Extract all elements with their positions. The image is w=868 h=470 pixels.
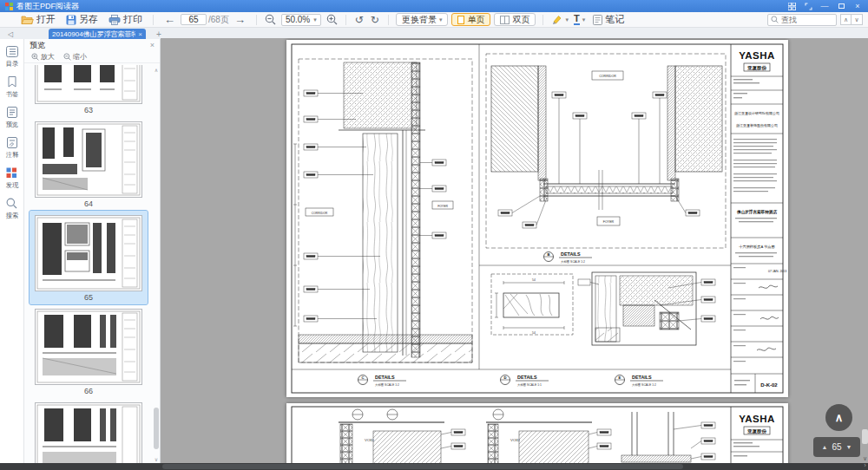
find-previous-button[interactable]: ∧ xyxy=(840,14,852,25)
skin-icon[interactable] xyxy=(785,1,799,11)
sidebar-item-discover[interactable]: 发现 xyxy=(0,167,24,190)
horizontal-scrollbar-thumb[interactable] xyxy=(162,464,683,469)
text-tool-icon: T xyxy=(574,14,580,25)
highlighter-button[interactable]: ▾ xyxy=(549,12,571,28)
horizontal-scrollbar[interactable]: › xyxy=(0,463,868,470)
maximize-button[interactable] xyxy=(834,1,848,11)
collapse-sidebar-button[interactable]: ◁ xyxy=(3,29,17,39)
thumb-zoom-out-button[interactable]: 缩小 xyxy=(63,52,87,62)
rotate-left-button[interactable]: ↺ xyxy=(352,12,367,28)
zoom-in-button[interactable] xyxy=(324,12,340,28)
change-background-label: 更换背景 xyxy=(402,14,437,26)
page-down-icon[interactable]: ▼ xyxy=(846,444,852,450)
fullscreen-icon[interactable] xyxy=(801,1,815,11)
sidebar-item-label: 预览 xyxy=(5,121,17,129)
detail-d-label: D DETAILS 大样图 SCALE 1:1 xyxy=(501,375,549,387)
note-label: 笔记 xyxy=(605,13,624,26)
page-total-label: /68页 xyxy=(208,14,229,26)
document-tab[interactable]: 20140904佛山罗浮宫索菲特(5) × xyxy=(49,29,146,39)
thumbnail-page-67[interactable]: 67 xyxy=(30,398,148,463)
page-navigator-pill[interactable]: ▲ 65 ▼ xyxy=(813,437,860,457)
floppy-icon xyxy=(66,15,76,25)
zoom-level-select[interactable]: 50.0% ▾ xyxy=(281,14,321,26)
page-number-input[interactable] xyxy=(181,14,207,25)
foyer-label-left: FOYER xyxy=(432,201,453,209)
drawing-date: 07 JAN. 2013 xyxy=(768,270,786,273)
back-to-top-button[interactable]: ∧ xyxy=(825,404,852,431)
search-input[interactable] xyxy=(781,16,832,24)
svg-text:FOYER: FOYER xyxy=(437,205,448,208)
panel-scrollbar[interactable]: ∧ ∨ xyxy=(153,65,160,463)
scrollbar-right-icon[interactable]: › xyxy=(864,462,866,469)
panel-title: 预览 xyxy=(30,40,45,51)
rotate-left-icon: ↺ xyxy=(355,14,364,26)
note-button[interactable]: 笔记 xyxy=(588,12,629,28)
document-viewer[interactable]: CORRIDOR FOYER xyxy=(161,38,868,463)
app-window: 看图王PDF阅读器 — × 打开 另存 打印 ← /68 xyxy=(0,0,868,470)
minimize-button[interactable]: — xyxy=(818,1,832,11)
toolbar: 打开 另存 打印 ← /68页 → 50.0% ▾ ↺ ↻ 更换背景 xyxy=(0,12,868,28)
sidebar-item-label: 注释 xyxy=(5,151,17,160)
panel-close-icon[interactable]: × xyxy=(150,41,155,49)
close-button[interactable]: × xyxy=(851,1,865,11)
print-button[interactable]: 打印 xyxy=(103,12,148,28)
double-page-button[interactable]: 双页 xyxy=(494,13,536,26)
svg-text:大样图 SCALE 1:1: 大样图 SCALE 1:1 xyxy=(517,383,542,387)
change-background-button[interactable]: 更换背景 ▾ xyxy=(396,13,449,26)
current-page-badge: 65 xyxy=(832,442,841,452)
tab-close-icon[interactable]: × xyxy=(138,30,142,38)
detail-c-drawing: CORRIDOR FOYER xyxy=(293,59,472,362)
company-line-1: 浙江亚厦设计研究院有限公司 xyxy=(734,111,779,116)
svg-text:大样图 SCALE 1:2: 大样图 SCALE 1:2 xyxy=(632,383,656,387)
sidebar-item-label: 目录 xyxy=(5,60,17,69)
sidebar-item-preview[interactable]: 预览 xyxy=(0,107,24,129)
signature-mark xyxy=(760,317,779,319)
sidebar-item-catalog[interactable]: 目录 xyxy=(0,46,24,69)
ceiling-detail-1: VOID xyxy=(339,409,465,463)
preview-icon xyxy=(7,107,17,118)
open-button[interactable]: 打开 xyxy=(16,12,61,28)
search-input-box[interactable] xyxy=(767,14,837,26)
save-as-button[interactable]: 另存 xyxy=(61,12,103,28)
chevron-down-icon: ▾ xyxy=(439,16,443,23)
chevron-up-icon: ∧ xyxy=(835,411,844,424)
back-arrow-icon: ← xyxy=(164,13,175,26)
scroll-up-icon[interactable]: ∧ xyxy=(153,65,160,74)
svg-text:DETAILS: DETAILS xyxy=(375,375,395,380)
svg-text:CORRIDOR: CORRIDOR xyxy=(599,75,616,78)
printer-icon xyxy=(108,15,121,25)
vertical-scrollbar-thumb[interactable] xyxy=(862,429,868,444)
thumbnail-page-66[interactable]: 66 xyxy=(30,304,148,398)
thumb-zoom-in-button[interactable]: 放大 xyxy=(31,52,55,62)
search-icon xyxy=(6,198,17,209)
zoom-in-icon xyxy=(31,53,39,61)
discover-icon xyxy=(6,167,17,179)
rotate-right-button[interactable]: ↻ xyxy=(367,12,383,28)
zoom-out-button[interactable] xyxy=(262,12,279,28)
thumbnail-page-63[interactable]: 63 xyxy=(30,65,148,117)
dimension-label: 54 xyxy=(532,331,536,335)
svg-text:E: E xyxy=(619,375,621,380)
scroll-down-icon[interactable]: ∨ xyxy=(153,454,160,463)
zoom-out-icon xyxy=(265,14,276,25)
panel-scroll-thumb[interactable] xyxy=(154,408,159,449)
svg-text:D: D xyxy=(503,375,506,380)
text-tool-button[interactable]: T ▾ xyxy=(571,12,588,28)
catalog-icon xyxy=(6,46,18,57)
thumbnail-page-65-selected[interactable]: 65 xyxy=(30,211,148,304)
sidebar-item-search[interactable]: 搜索 xyxy=(0,198,24,220)
prev-page-button[interactable]: ← xyxy=(159,12,181,28)
sidebar-item-bookmarks[interactable]: 书签 xyxy=(0,76,24,99)
single-page-button[interactable]: 单页 xyxy=(451,13,490,26)
page-up-icon[interactable]: ▲ xyxy=(822,444,828,450)
sidebar-rail: 目录 书签 预览 注释 发现 搜索 xyxy=(0,39,24,463)
find-next-button[interactable]: ∨ xyxy=(852,14,863,25)
sidebar-item-annotations[interactable]: 注释 xyxy=(0,137,24,160)
project-name: 佛山罗浮宫索菲特酒店 xyxy=(736,209,777,215)
thumbnail-page-64[interactable]: 64 xyxy=(30,117,148,211)
note-icon xyxy=(593,15,602,25)
svg-text:DETAILS: DETAILS xyxy=(561,251,581,257)
svg-text:CORRIDOR: CORRIDOR xyxy=(312,212,328,215)
next-page-button[interactable]: → xyxy=(229,12,251,28)
detail-b-label: B DETAILS 大样图 SCALE 1:2 xyxy=(544,251,593,264)
